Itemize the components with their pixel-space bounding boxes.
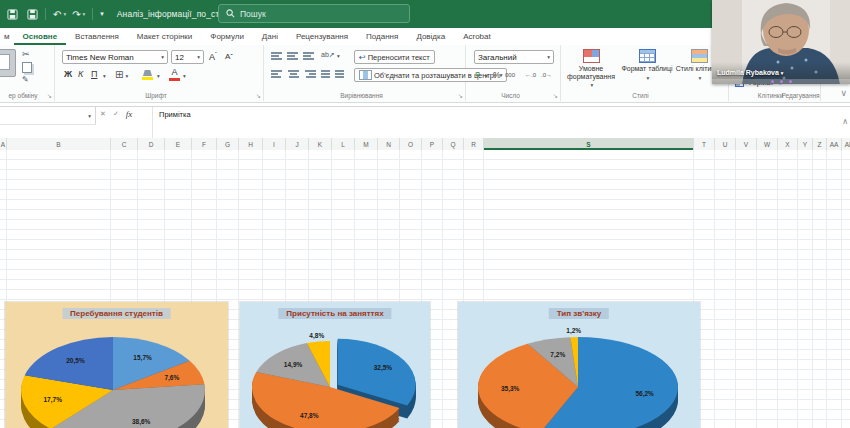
pie-chart[interactable]: 32,5%47,8%14,9%4,8% <box>240 302 430 428</box>
increase-font-icon[interactable]: Aˆ <box>209 51 217 62</box>
tab-довідка[interactable]: Довідка <box>407 28 454 45</box>
redo-icon[interactable]: ↷▾ <box>72 9 85 20</box>
alignment-dialog-launcher[interactable]: ↘ <box>458 92 463 99</box>
pie-chart[interactable]: 15,7%7,6%38,6%17,7%20,5% <box>5 302 228 428</box>
column-header-A[interactable]: A <box>0 138 7 150</box>
chart-typ-zvyazku[interactable]: Тип зв'язку 56,2%35,3%7,2%1,2% загалом п… <box>458 302 700 428</box>
column-header-R[interactable]: R <box>464 138 484 150</box>
column-header-K[interactable]: K <box>309 138 332 150</box>
formula-input[interactable]: Примітка <box>152 107 836 138</box>
column-header-G[interactable]: G <box>217 138 239 150</box>
column-header-C[interactable]: C <box>111 138 138 150</box>
column-header-AA[interactable]: AA <box>827 138 842 150</box>
currency-dropdown-icon[interactable]: ▾ <box>485 73 488 79</box>
fx-icon[interactable]: fx <box>126 109 133 119</box>
tab-основне[interactable]: Основне <box>14 28 67 45</box>
tab-формули[interactable]: Формули <box>201 28 253 45</box>
column-header-D[interactable]: D <box>138 138 165 150</box>
column-header-I[interactable]: I <box>263 138 286 150</box>
comma-style-icon[interactable]: 000 <box>505 72 515 78</box>
clipboard-dialog-launcher[interactable]: ↘ <box>47 92 52 99</box>
currency-icon[interactable]: ¤ <box>475 69 480 79</box>
tab-дані[interactable]: Дані <box>253 28 287 45</box>
number-format-select[interactable]: Загальний▾ <box>474 50 554 64</box>
format-painter-icon[interactable]: ✎ <box>22 75 29 84</box>
webcam-overlay[interactable]: Ludmila Rybakova▾ <box>712 0 850 84</box>
bold-button[interactable]: Ж <box>64 69 72 79</box>
column-header-Q[interactable]: Q <box>443 138 464 150</box>
fill-color-dropdown-icon[interactable]: ▾ <box>157 73 160 79</box>
font-color-dropdown-icon[interactable]: ▾ <box>183 73 186 79</box>
column-header-M[interactable]: M <box>355 138 378 150</box>
orientation-dropdown-icon[interactable]: ▾ <box>337 53 340 59</box>
underline-dropdown-icon[interactable]: ▾ <box>103 73 106 79</box>
save-icon[interactable] <box>7 9 18 20</box>
column-header-T[interactable]: T <box>694 138 715 150</box>
borders-icon[interactable]: ⊞▾ <box>115 69 128 80</box>
column-header-V[interactable]: V <box>736 138 757 150</box>
worksheet-grid[interactable]: Перебування студентів 15,7%7,6%38,6%17,7… <box>0 150 850 428</box>
column-header-E[interactable]: E <box>165 138 192 150</box>
column-header-J[interactable]: J <box>286 138 309 150</box>
align-right-icon[interactable] <box>303 69 316 79</box>
decrease-decimal-icon[interactable]: .0→ <box>541 72 552 78</box>
cancel-icon[interactable]: ✕ <box>100 110 106 118</box>
column-header-Z[interactable]: Z <box>813 138 827 150</box>
italic-button[interactable]: К <box>78 69 83 79</box>
increase-indent-icon[interactable] <box>335 69 348 79</box>
name-box[interactable]: ▾ <box>0 107 96 125</box>
number-dialog-launcher[interactable]: ↘ <box>553 92 558 99</box>
collapse-ribbon-icon[interactable]: ∨ <box>840 88 847 98</box>
enter-icon[interactable]: ✓ <box>113 110 119 118</box>
conditional-formatting-button[interactable]: Умовне форматування▾ <box>563 45 619 88</box>
font-color-icon[interactable]: А <box>169 68 180 81</box>
column-header-B[interactable]: B <box>7 138 111 150</box>
underline-button[interactable]: П <box>91 69 97 79</box>
column-header-S[interactable]: S <box>484 138 694 150</box>
fill-color-icon[interactable] <box>142 70 153 81</box>
participant-name[interactable]: Ludmila Rybakova▾ <box>717 69 783 76</box>
collapse-formula-bar-icon[interactable]: ∧ <box>842 117 848 126</box>
tab-макет-сторінки[interactable]: Макет сторінки <box>128 28 202 45</box>
column-header-N[interactable]: N <box>378 138 400 150</box>
align-left-icon[interactable] <box>271 69 284 79</box>
chart-prysutnist[interactable]: Присутність на заняттях 32,5%47,8%14,9%4… <box>240 302 430 428</box>
chart-perebuvannya[interactable]: Перебування студентів 15,7%7,6%38,6%17,7… <box>5 302 228 428</box>
column-header-L[interactable]: L <box>332 138 355 150</box>
column-header-W[interactable]: W <box>757 138 778 150</box>
column-header-F[interactable]: F <box>192 138 217 150</box>
increase-decimal-icon[interactable]: ←.0 <box>525 72 536 78</box>
column-header-X[interactable]: X <box>778 138 798 150</box>
align-bottom-icon[interactable] <box>303 51 316 61</box>
undo-icon[interactable]: ↶▾ <box>53 9 66 20</box>
align-top-icon[interactable] <box>271 51 284 61</box>
align-middle-icon[interactable] <box>287 51 300 61</box>
pie-chart[interactable]: 56,2%35,3%7,2%1,2% <box>458 302 700 428</box>
tab-рецензування[interactable]: Рецензування <box>287 28 357 45</box>
tab-вставлення[interactable]: Вставлення <box>66 28 128 45</box>
paste-button[interactable] <box>0 49 16 77</box>
column-header-P[interactable]: P <box>422 138 443 150</box>
align-center-icon[interactable] <box>287 69 300 79</box>
copy-icon[interactable] <box>22 62 32 73</box>
format-as-table-button[interactable]: Формат таблиці▾ <box>619 45 675 81</box>
decrease-font-icon[interactable]: Aˇ <box>225 52 233 61</box>
cut-icon[interactable]: ✂ <box>22 49 30 59</box>
decrease-indent-icon[interactable] <box>321 69 334 79</box>
column-header-Y[interactable]: Y <box>798 138 813 150</box>
font-size-select[interactable]: 12▾ <box>171 50 204 64</box>
column-header-O[interactable]: O <box>400 138 422 150</box>
search-input[interactable]: Пошук <box>218 4 410 23</box>
font-dialog-launcher[interactable]: ↘ <box>256 92 261 99</box>
tab-подання[interactable]: Подання <box>357 28 407 45</box>
percent-style-icon[interactable]: % <box>493 70 501 80</box>
quick-access-more-icon[interactable]: ▾ <box>100 10 104 18</box>
tab-acrobat[interactable]: Acrobat <box>454 28 500 45</box>
font-family-select[interactable]: Times New Roman▾ <box>62 50 168 64</box>
wrap-text-button[interactable]: ↩ Переносити текст <box>354 50 435 64</box>
orientation-icon[interactable]: ab↗ <box>321 51 335 59</box>
column-header-H[interactable]: H <box>239 138 263 150</box>
column-header-AB[interactable]: AB <box>842 138 850 150</box>
column-header-U[interactable]: U <box>715 138 736 150</box>
save-all-icon[interactable] <box>27 9 38 20</box>
